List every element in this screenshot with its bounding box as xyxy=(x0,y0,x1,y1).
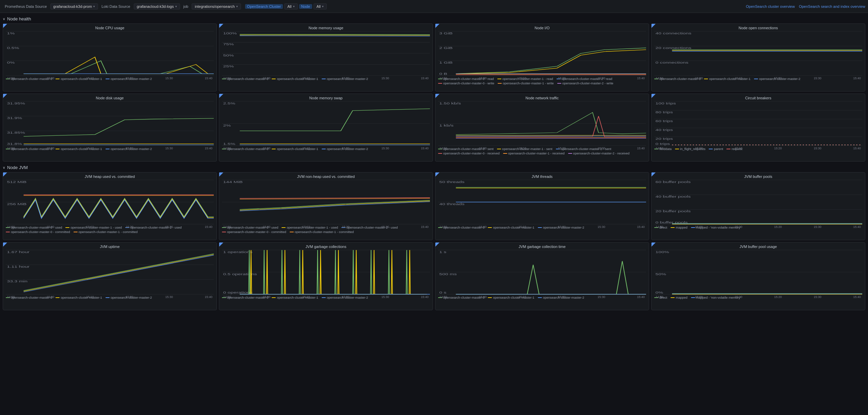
svg-text:40 trips: 40 trips xyxy=(655,128,673,132)
svg-text:0%: 0% xyxy=(7,61,15,64)
node-dropdown[interactable]: All ▾ xyxy=(314,3,327,10)
chart-svg: 60 buffer pools 40 buffer pools 20 buffe… xyxy=(654,180,862,224)
panel-title: JVM uptime xyxy=(6,245,214,249)
panel-corner-icon xyxy=(219,94,223,98)
svg-text:100%: 100% xyxy=(223,31,237,35)
chart-area: 60 buffer pools 40 buffer pools 20 buffe… xyxy=(654,180,862,224)
prometheus-ds-dropdown[interactable]: grafanacloud-k3d-prom ▾ xyxy=(50,3,98,10)
panel-corner-icon xyxy=(3,94,7,98)
svg-text:1 kb/s: 1 kb/s xyxy=(439,123,453,127)
panel-network-traffic: Node network traffic 1.50 kb/s 1 kb/s xyxy=(435,94,649,162)
panel-jvm-gc: JVM garbage collections 1 operations 0.5… xyxy=(219,242,433,310)
job-label: job xyxy=(181,4,191,9)
section-title: Node JVM xyxy=(7,165,28,170)
topbar: Prometheus Data Source grafanacloud-k3d-… xyxy=(0,0,868,13)
chart-svg: 100 trips 80 trips 60 trips 40 trips 20 … xyxy=(654,101,862,146)
node-health-section-header[interactable]: ∨ Node health xyxy=(3,15,865,23)
x-axis: 14:5015:0015:1015:2015:3015:40 xyxy=(654,295,862,299)
svg-text:80 trips: 80 trips xyxy=(655,110,673,114)
chart-svg: 144 MiB xyxy=(222,180,430,224)
chart-area: 31.95% 31.9% 31.85% 31.8% 14:5015:0015:1… xyxy=(6,101,214,146)
svg-text:60 buffer pools: 60 buffer pools xyxy=(655,180,691,184)
chart-area: 1% 0.5% 0% 14:5015:0015:1015:2015:3015:4… xyxy=(6,31,214,76)
panel-corner-icon xyxy=(219,172,223,177)
panel-jvm-buffer-pools: JVM buffer pools 60 buffer pools 40 buff… xyxy=(651,172,865,240)
svg-text:31.95%: 31.95% xyxy=(7,101,25,105)
chevron-down-icon: ▾ xyxy=(322,5,324,8)
panel-memory-usage: Node memory usage 100% 75% 50% 25% xyxy=(219,23,433,92)
panel-jvm-heap: JVM heap used vs. committed 512 MiB 256 … xyxy=(3,172,217,240)
panel-corner-icon xyxy=(219,243,223,247)
panel-corner-icon xyxy=(3,24,7,28)
svg-text:0 operations: 0 operations xyxy=(223,290,253,294)
panel-title: Node memory usage xyxy=(222,26,430,30)
chart-area: 100% 75% 50% 25% 14:5015:0015:1015:2015:… xyxy=(222,31,430,76)
search-index-overview-link[interactable]: OpenSearch search and index overview xyxy=(799,4,865,9)
x-axis: 14:5015:0015:1015:2015:3015:40 xyxy=(438,147,646,150)
node-health-panels: Node CPU usage 1% 0.5% 0% xyxy=(3,23,865,162)
x-axis: 14:5015:0015:1015:2015:3015:40 xyxy=(654,77,862,80)
loki-ds-label: Loki Data Source xyxy=(99,4,132,9)
chart-area: 1.67 hour 1.11 hour 33.3 min 14:5015:001… xyxy=(6,250,214,294)
svg-text:40 threads: 40 threads xyxy=(439,202,465,206)
chart-svg: 1 s 500 ms 0 s xyxy=(438,250,646,294)
node-jvm-section-header[interactable]: ∨ Node JVM xyxy=(3,164,865,172)
svg-text:31.85%: 31.85% xyxy=(7,131,25,134)
panel-open-connections: Node open connections 40 connections 20 … xyxy=(651,23,865,92)
svg-text:1 GiB: 1 GiB xyxy=(439,61,453,64)
svg-text:20 buffer pools: 20 buffer pools xyxy=(655,209,691,213)
chart-svg: 1.50 kb/s 1 kb/s xyxy=(438,101,646,146)
x-axis: 14:5015:0015:1015:2015:3015:40 xyxy=(222,225,430,229)
svg-text:33.3 min: 33.3 min xyxy=(7,279,27,283)
chart-svg: 1.67 hour 1.11 hour 33.3 min xyxy=(6,250,214,294)
svg-text:0 B: 0 B xyxy=(439,72,447,76)
panel-title: JVM garbage collection time xyxy=(438,245,646,249)
panel-corner-icon xyxy=(219,24,223,28)
panel-corner-icon xyxy=(435,172,439,177)
chart-svg: 31.95% 31.9% 31.85% 31.8% xyxy=(6,101,214,146)
panel-jvm-uptime: JVM uptime 1.67 hour 1.11 hour 33.3 min xyxy=(3,242,217,310)
panel-corner-icon xyxy=(652,172,656,177)
svg-text:20 connections: 20 connections xyxy=(655,46,691,50)
chart-area: 100 trips 80 trips 60 trips 40 trips 20 … xyxy=(654,101,862,146)
loki-ds-dropdown[interactable]: grafanacloud-k3d-logs ▾ xyxy=(134,3,180,10)
cluster-dropdown[interactable]: All ▾ xyxy=(284,3,298,10)
x-axis: 14:5015:0015:1015:2015:3015:40 xyxy=(6,77,214,80)
chart-svg: 100% 50% 0% xyxy=(654,250,862,294)
svg-text:75%: 75% xyxy=(223,42,234,46)
panel-corner-icon xyxy=(3,243,7,247)
panel-memory-swap: Node memory swap 2.5% 2% 1.5% 14:5015:00… xyxy=(219,94,433,162)
chevron-down-icon: ▾ xyxy=(175,5,177,8)
svg-text:1.50 kb/s: 1.50 kb/s xyxy=(439,101,461,105)
svg-text:50 threads: 50 threads xyxy=(439,180,465,184)
chevron-down-icon: ▾ xyxy=(236,5,238,8)
chart-svg: 1% 0.5% 0% xyxy=(6,31,214,76)
job-dropdown[interactable]: integrations/opensearch ▾ xyxy=(192,3,241,10)
node-tag[interactable]: Node xyxy=(299,4,312,9)
svg-text:1%: 1% xyxy=(7,31,15,35)
panel-title: Node CPU usage xyxy=(6,26,214,30)
cluster-overview-link[interactable]: OpenSearch cluster overview xyxy=(746,4,795,9)
panel-circuit-breakers: Circuit breakers 100 trips 80 trips 60 t… xyxy=(651,94,865,162)
svg-text:256 MiB: 256 MiB xyxy=(7,202,27,206)
section-title: Node health xyxy=(7,16,31,21)
panel-corner-icon xyxy=(652,94,656,98)
svg-text:3 GiB: 3 GiB xyxy=(439,31,453,35)
x-axis: 14:5015:0015:1015:2015:3015:40 xyxy=(6,225,214,229)
svg-text:31.8%: 31.8% xyxy=(7,142,22,146)
chevron-down-icon: ▾ xyxy=(93,5,95,8)
panel-title: Node memory swap xyxy=(222,96,430,100)
opensearch-cluster-tag[interactable]: OpenSearch Cluster xyxy=(245,4,283,9)
svg-text:0.5 operations: 0.5 operations xyxy=(223,272,257,276)
svg-text:0 s: 0 s xyxy=(439,290,447,294)
chart-area: 100% 50% 0% 14:5015:0015:1015:2015:3015:… xyxy=(654,250,862,294)
panel-title: JVM garbage collections xyxy=(222,245,430,249)
panel-node-io: Node I/O 3 GiB 2 GiB 1 GiB 0 B xyxy=(435,23,649,92)
panel-corner-icon xyxy=(435,94,439,98)
panel-title: JVM heap used vs. committed xyxy=(6,175,214,179)
panel-title: Node disk usage xyxy=(6,96,214,100)
svg-text:2%: 2% xyxy=(223,123,231,127)
panel-corner-icon xyxy=(652,243,656,247)
panel-cpu-usage: Node CPU usage 1% 0.5% 0% xyxy=(3,23,217,92)
svg-text:60 trips: 60 trips xyxy=(655,119,673,123)
